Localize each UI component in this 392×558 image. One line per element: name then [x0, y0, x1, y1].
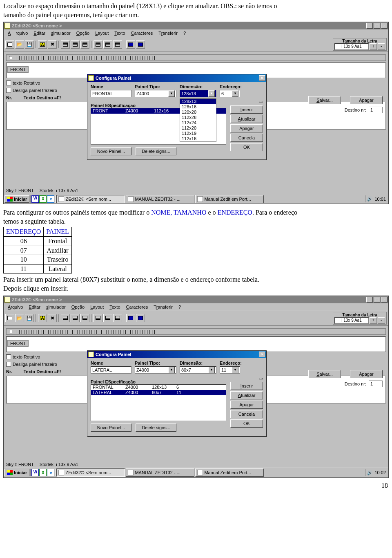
menu-opcao[interactable]: Opção — [69, 304, 87, 310]
ok-button[interactable]: OK — [230, 419, 263, 428]
tool-align4-icon[interactable] — [94, 314, 102, 322]
word-icon[interactable]: W — [31, 195, 39, 203]
dots-button[interactable]: ... — [259, 374, 263, 379]
chevron-down-icon[interactable]: ▼ — [168, 90, 175, 97]
menu-layout[interactable]: Layout — [93, 30, 111, 36]
apagar-dialog-button[interactable]: Apagar — [230, 124, 263, 132]
taskbar-item[interactable]: ZEdit32© <Sem nom... — [56, 468, 125, 477]
start-button[interactable]: Iniciar — [4, 195, 29, 203]
tool-blue2-icon[interactable] — [136, 40, 145, 49]
tool-align3-icon[interactable] — [80, 314, 89, 322]
menu-editar[interactable]: Editar — [26, 304, 43, 310]
tool-align3-icon[interactable] — [80, 40, 89, 49]
menu-editar[interactable]: Editar — [31, 30, 48, 36]
list-item[interactable]: 112x19 — [180, 131, 216, 136]
tool-open-icon[interactable]: 📂 — [15, 40, 24, 49]
nome-input[interactable]: LATERAL — [91, 366, 131, 374]
taskbar-item[interactable]: MANUAL ZEDIT32 - ... — [126, 468, 194, 477]
atualizar-button[interactable]: Atualizar — [230, 391, 263, 399]
excel-icon[interactable]: X — [39, 195, 47, 203]
ie-icon[interactable]: e — [47, 195, 54, 203]
nome-input[interactable]: FRONTAL — [91, 90, 131, 97]
apagar-dialog-button[interactable]: Apagar — [230, 401, 263, 409]
espec-listbox[interactable]: FRONTAL Z4000 128x13 6 LATERAL Z4000 80x… — [91, 384, 226, 421]
maximize-button[interactable]: ❐ — [374, 297, 380, 303]
menu-caracteres[interactable]: Caracteres — [124, 304, 151, 310]
apagar-button[interactable]: Apagar — [350, 96, 383, 104]
checkbox-rotativo[interactable] — [6, 81, 11, 85]
excel-icon[interactable]: X — [39, 469, 47, 476]
close-button[interactable]: × — [381, 23, 388, 29]
tool-a-icon[interactable]: A — [38, 314, 47, 322]
list-item[interactable]: 112x28 — [180, 115, 216, 120]
inserir-button[interactable]: Inserir — [230, 105, 263, 114]
menu-transferir[interactable]: Transferir — [156, 30, 180, 36]
minimize-button[interactable]: _ — [366, 23, 373, 29]
salvar-button[interactable]: Salvar... — [308, 370, 341, 378]
cancela-button[interactable]: Cancela — [230, 134, 263, 142]
taskbar-item[interactable]: MANUAL ZEDIT32 - ... — [126, 195, 194, 203]
list-item[interactable]: 112x16 — [180, 136, 216, 141]
checkbox-desliga[interactable] — [6, 88, 11, 93]
list-item[interactable]: 120x20 — [180, 110, 216, 115]
inserir-button[interactable]: Inserir — [230, 382, 263, 390]
cancela-button[interactable]: Cancela — [230, 410, 263, 418]
novo-painel-button[interactable]: Novo Painel... — [91, 424, 131, 432]
atualizar-button[interactable]: Atualizar — [230, 115, 263, 123]
destino-input[interactable]: 1 — [369, 381, 383, 387]
tool-blue1-icon[interactable] — [126, 40, 135, 49]
menu-transferir[interactable]: Transferir — [151, 304, 175, 310]
chevron-down-icon[interactable]: ▼ — [232, 90, 238, 97]
font-size-plus[interactable]: + — [370, 43, 377, 50]
tool-align5-icon[interactable] — [103, 314, 112, 322]
taskbar-item[interactable]: ZEdit32© <Sem nom... — [56, 195, 125, 203]
tool-align6-icon[interactable] — [113, 40, 122, 49]
tool-x-icon[interactable]: ✖ — [48, 314, 57, 322]
chevron-down-icon[interactable]: ▼ — [208, 90, 215, 97]
menu-help[interactable]: ? — [176, 304, 183, 310]
tool-align5-icon[interactable] — [103, 40, 112, 49]
tool-save-icon[interactable]: 💾 — [25, 314, 34, 322]
checkbox-rotativo[interactable] — [6, 354, 11, 359]
taskbar-item[interactable]: Manual Zedit em Port... — [195, 195, 264, 203]
minimize-button[interactable]: _ — [366, 297, 373, 303]
tool-align1-icon[interactable] — [61, 314, 70, 322]
dialog-close-button[interactable]: × — [259, 75, 265, 81]
list-item[interactable]: 128x13 — [180, 99, 216, 104]
tipo-combo[interactable]: Z4000▼ — [135, 90, 176, 97]
delete-signs-button[interactable]: Delete signs... — [136, 147, 176, 155]
font-size-minus[interactable]: - — [378, 43, 385, 50]
dimensao-combo[interactable]: 80x7▼ — [180, 366, 216, 374]
font-size-value[interactable]: i 13x 9 Aa1 — [334, 43, 369, 50]
menu-arquivo[interactable]: Arquivo — [5, 304, 25, 310]
table-row[interactable]: FRONTAL Z4000 128x13 6 — [91, 385, 226, 390]
tool-align6-icon[interactable] — [113, 314, 122, 322]
menu-help[interactable]: ? — [181, 30, 188, 36]
ie-icon[interactable]: e — [47, 469, 54, 476]
chevron-down-icon[interactable]: ▼ — [208, 367, 215, 373]
menu-layout[interactable]: Layout — [88, 304, 106, 310]
font-size-value[interactable]: i 13x 9 Aa1 — [334, 317, 369, 324]
endereco-combo[interactable]: 11▼ — [220, 366, 240, 374]
menu-arquivo[interactable]: Arquivo — [5, 30, 30, 36]
apagar-button[interactable]: Apagar — [350, 370, 383, 378]
start-button[interactable]: Iniciar — [4, 469, 29, 476]
dimensao-dropdown[interactable]: 128x13 126x16 120x20 112x28 112x24 112x2… — [180, 99, 216, 142]
tool-align2-icon[interactable] — [71, 314, 80, 322]
tool-open-icon[interactable]: 📂 — [15, 314, 24, 322]
salvar-button[interactable]: Salvar... — [308, 96, 341, 104]
taskbar-item[interactable]: Manual Zedit em Port... — [195, 468, 264, 477]
word-icon[interactable]: W — [31, 469, 39, 476]
tool-new-icon[interactable] — [5, 314, 14, 322]
tray-icon[interactable]: 🔊 — [367, 470, 373, 475]
dialog-close-button[interactable]: × — [259, 352, 265, 357]
font-size-plus[interactable]: + — [370, 317, 377, 324]
tool-x-icon[interactable]: ✖ — [48, 40, 57, 49]
ok-button[interactable]: OK — [230, 143, 263, 151]
tray-icon[interactable]: 🔊 — [367, 196, 373, 202]
tool-align4-icon[interactable] — [94, 40, 102, 49]
list-item[interactable]: 112x24 — [180, 120, 216, 125]
endereco-combo[interactable]: 6▼ — [220, 90, 240, 97]
dots-button[interactable]: ... — [259, 98, 263, 103]
tool-a-icon[interactable]: A — [38, 40, 47, 49]
